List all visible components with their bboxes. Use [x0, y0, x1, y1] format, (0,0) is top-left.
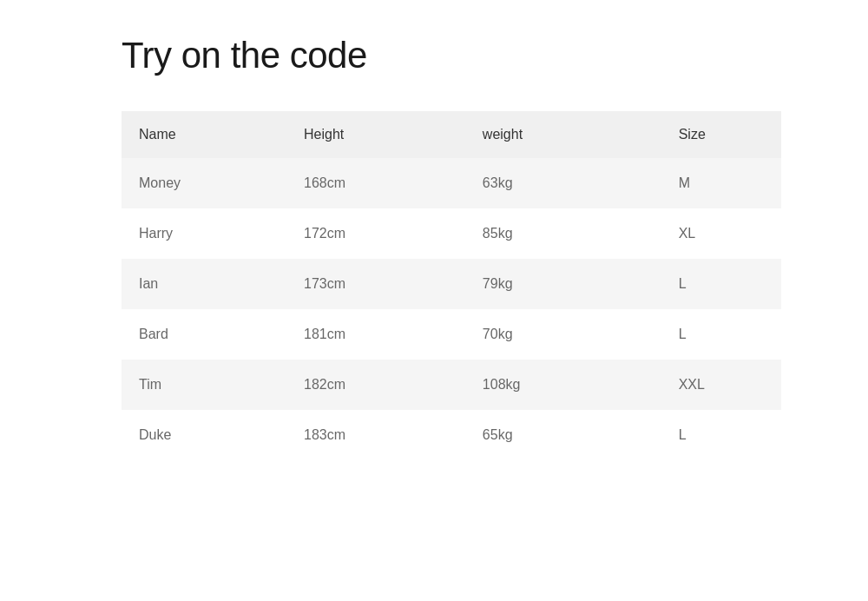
cell-height: 168cm: [286, 158, 465, 208]
cell-name: Bard: [122, 309, 286, 360]
table-row: Harry172cm85kgXL: [122, 208, 781, 259]
cell-weight: 79kg: [465, 259, 644, 309]
cell-size: M: [644, 158, 781, 208]
cell-weight: 70kg: [465, 309, 644, 360]
table-row: Ian173cm79kgL: [122, 259, 781, 309]
table-row: Tim182cm108kgXXL: [122, 360, 781, 410]
cell-name: Money: [122, 158, 286, 208]
cell-weight: 108kg: [465, 360, 644, 410]
header-name: Name: [122, 111, 286, 158]
cell-name: Tim: [122, 360, 286, 410]
table-header-row: Name Height weight Size: [122, 111, 781, 158]
page-title: Try on the code: [122, 35, 781, 76]
table-row: Bard181cm70kgL: [122, 309, 781, 360]
header-size: Size: [644, 111, 781, 158]
cell-height: 183cm: [286, 410, 465, 460]
cell-name: Duke: [122, 410, 286, 460]
cell-size: L: [644, 309, 781, 360]
cell-size: XL: [644, 208, 781, 259]
cell-height: 172cm: [286, 208, 465, 259]
cell-name: Harry: [122, 208, 286, 259]
cell-height: 181cm: [286, 309, 465, 360]
header-weight: weight: [465, 111, 644, 158]
cell-size: L: [644, 259, 781, 309]
cell-weight: 65kg: [465, 410, 644, 460]
table-row: Money168cm63kgM: [122, 158, 781, 208]
header-height: Height: [286, 111, 465, 158]
page-container: Try on the code Name Height weight Size …: [0, 0, 868, 495]
cell-height: 182cm: [286, 360, 465, 410]
data-table: Name Height weight Size Money168cm63kgMH…: [122, 111, 781, 460]
cell-weight: 63kg: [465, 158, 644, 208]
table-row: Duke183cm65kgL: [122, 410, 781, 460]
cell-size: L: [644, 410, 781, 460]
cell-name: Ian: [122, 259, 286, 309]
cell-height: 173cm: [286, 259, 465, 309]
cell-size: XXL: [644, 360, 781, 410]
cell-weight: 85kg: [465, 208, 644, 259]
